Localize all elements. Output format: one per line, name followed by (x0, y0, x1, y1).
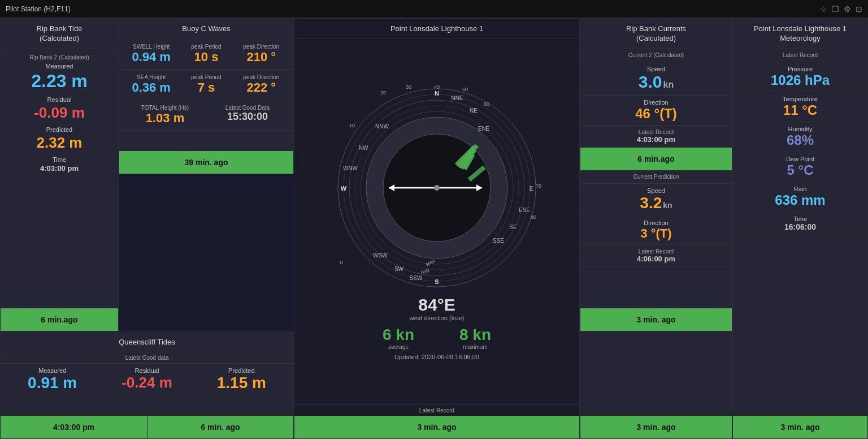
latest-good-value: 15:30:00 (227, 111, 268, 123)
svg-text:Max: Max (425, 258, 436, 268)
pred-dir-label: Direction (644, 220, 668, 226)
current-latest-time: 4:03:00 pm (637, 135, 675, 144)
wind-avg-label: average (388, 344, 409, 350)
qc-predicted-label: Predicted (228, 367, 254, 374)
rip-currents-panel: Rip Bank Currents(Calculated) Current 2 … (580, 18, 732, 332)
meteo-time-label: Time (793, 216, 807, 222)
titlebar-title: Pilot Station (H2,F11) (6, 5, 71, 13)
wind-avg-speed: 6 kn (383, 326, 414, 344)
window-icon[interactable]: ⊡ (856, 5, 862, 14)
rip-currents-bottom-footer[interactable]: 3 min. ago (580, 416, 732, 438)
star-icon[interactable]: ☆ (820, 5, 827, 14)
swell-dir-label: peak Direction (243, 44, 279, 50)
wind-latest-record-label: Latest Record (300, 407, 574, 414)
speed-unit: kn (663, 80, 674, 89)
sea-height: 0.36 m (132, 80, 171, 95)
current2-label: Current 2 (Calculated) (587, 52, 725, 58)
buoy-waves-footer[interactable]: 39 min. ago (119, 151, 293, 174)
swell-height: 0.94 m (132, 50, 171, 64)
svg-text:SE: SE (509, 224, 517, 230)
qc-predicted-value: 1.15 m (217, 374, 266, 392)
pl-meteo-footer[interactable]: 3 min. ago (733, 416, 867, 438)
rip-currents-footer1[interactable]: 6 min.ago (580, 148, 732, 170)
current-dir-value: 46 °(T) (635, 106, 677, 122)
svg-text:SW: SW (394, 266, 404, 272)
queenscliff-footer-time[interactable]: 4:03:00 pm (1, 416, 147, 438)
svg-text:0: 0 (340, 260, 342, 265)
wind-compass-panel: Point Lonsdale Lighthouse 1 N (294, 18, 580, 439)
qc-measured-value: 0.91 m (28, 374, 77, 392)
svg-text:ESE: ESE (519, 207, 530, 213)
pred-latest-time: 4:06:00 pm (637, 255, 675, 263)
gear-icon[interactable]: ⚙ (844, 5, 851, 14)
latest-good-label: Latest Good Data (225, 105, 270, 111)
swell-dir: 210 ° (247, 50, 276, 64)
wind-updated: Updated: 2020-06-09 16:06:00 (394, 354, 479, 360)
svg-text:NNW: NNW (375, 123, 389, 130)
sea-dir-label: peak Direction (243, 74, 279, 80)
svg-text:NE: NE (470, 107, 478, 114)
qc-residual-value: -0.24 m (121, 374, 172, 391)
meteo-temp-value: 11 °C (783, 102, 817, 118)
svg-text:60: 60 (484, 101, 489, 107)
pred-speed-label: Speed (647, 187, 665, 194)
total-value: 1.03 m (146, 111, 185, 126)
svg-text:50: 50 (462, 87, 468, 92)
wind-compass-header: Point Lonsdale Lighthouse 1 (294, 19, 579, 39)
current-speed-label: Speed (647, 66, 665, 72)
queenscliff-footer-ago[interactable]: 6 min. ago (147, 416, 293, 438)
pl-meteo-panel: Point Lonsdale Lighthouse 1Meteorology L… (732, 18, 868, 439)
rip-currents-footer2[interactable]: 3 min. ago (580, 308, 732, 331)
meteo-dewpoint-label: Dew Point (786, 156, 814, 162)
pred-speed-value: 3.2kn (640, 194, 672, 212)
svg-text:WSW: WSW (373, 252, 388, 259)
meteo-rain-value: 636 mm (775, 192, 825, 208)
buoy-waves-panel: Buoy C Waves SWELL Height 0.94 m peak Pe… (119, 18, 294, 174)
svg-text:N: N (435, 90, 439, 97)
svg-text:SSW: SSW (410, 275, 423, 281)
wind-max-label: maximum (463, 344, 487, 350)
copy-icon[interactable]: ❐ (832, 5, 839, 14)
titlebar-icons: ☆ ❐ ⚙ ⊡ (820, 5, 862, 14)
meteo-pressure-value: 1026 hPa (771, 72, 830, 88)
svg-point-42 (434, 185, 440, 191)
rip-residual-label: Residual (47, 96, 72, 103)
buoy-waves-header: Buoy C Waves (119, 19, 293, 39)
rip-measured-value: 2.23 m (31, 71, 88, 92)
meteo-dewpoint-value: 5 °C (787, 162, 814, 178)
rip-bank-footer[interactable]: 6 min.ago (1, 308, 118, 331)
sea-label: SEA Height (137, 74, 166, 80)
wind-compass-footer-btn[interactable]: 3 min. ago (294, 416, 579, 438)
wind-compass-footer: Latest Record (294, 404, 579, 416)
svg-text:30: 30 (406, 84, 411, 90)
wind-max-speed: 8 kn (459, 326, 491, 344)
rip-bank-subtitle: Rip Bank 2 (Calculated) (29, 54, 89, 61)
wind-direction-label: wind direction (true) (410, 315, 465, 321)
svg-text:W: W (341, 185, 347, 192)
svg-text:S: S (435, 278, 439, 285)
total-label: TOTAL Height (Hs) (141, 105, 189, 111)
qc-measured-label: Measured (38, 367, 66, 374)
svg-text:E: E (530, 186, 533, 192)
rip-bank-tide-panel: Rip Bank Tide(Calculated) Rip Bank 2 (Ca… (0, 18, 119, 332)
qc-residual-label: Residual (135, 367, 159, 374)
pred-dir-value: 3 °(T) (640, 226, 671, 241)
svg-text:WNW: WNW (343, 165, 358, 171)
meteo-humidity-label: Humidity (788, 126, 813, 132)
meteo-humidity-value: 68% (787, 132, 814, 148)
svg-text:Avg: Avg (419, 266, 429, 276)
rip-residual-value: -0.09 m (34, 104, 85, 122)
swell-label: SWELL Height (133, 44, 170, 50)
rip-time-value: 4:03:00 pm (40, 164, 79, 173)
queenscliff-panel: Queenscliff Tides Latest Good data Measu… (0, 332, 294, 439)
svg-text:NW: NW (359, 145, 368, 151)
svg-text:NNE: NNE (451, 95, 463, 101)
sea-dir: 222 ° (247, 80, 276, 95)
rip-bank-tide-header: Rip Bank Tide(Calculated) (1, 19, 118, 49)
pred-unit: kn (663, 201, 672, 210)
svg-text:40: 40 (434, 84, 440, 90)
sea-period-label: peak Period (191, 74, 221, 80)
meteo-time-value: 16:06:00 (784, 222, 816, 231)
rip-predicted-value: 2.32 m (37, 134, 83, 152)
pl-meteo-header: Point Lonsdale Lighthouse 1Meteorology (733, 19, 867, 49)
